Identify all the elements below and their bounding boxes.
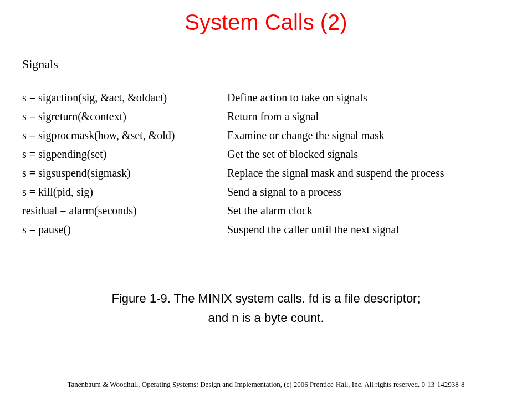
table-row: s = kill(pid, sig) Send a signal to a pr… <box>22 182 532 201</box>
table-row: residual = alarm(seconds) Set the alarm … <box>22 201 532 220</box>
syscall-call: s = pause() <box>22 220 227 239</box>
slide-title: System Calls (2) <box>0 0 532 57</box>
table-row: s = sigsuspend(sigmask) Replace the sign… <box>22 163 532 182</box>
syscall-table: s = sigaction(sig, &act, &oldact) Define… <box>0 88 532 239</box>
syscall-call: s = sigaction(sig, &act, &oldact) <box>22 88 227 107</box>
syscall-desc: Examine or change the signal mask <box>227 126 532 145</box>
syscall-call: s = sigpending(set) <box>22 145 227 163</box>
table-row: s = pause() Suspend the caller until the… <box>22 220 532 239</box>
syscall-desc: Set the alarm clock <box>227 201 532 220</box>
syscall-desc: Suspend the caller until the next signal <box>227 220 532 239</box>
caption-line: and n is a byte count. <box>33 308 499 328</box>
syscall-desc: Get the set of blocked signals <box>227 145 532 163</box>
syscall-desc: Define action to take on signals <box>227 88 532 107</box>
table-row: s = sigreturn(&context) Return from a si… <box>22 107 532 126</box>
syscall-call: s = sigsuspend(sigmask) <box>22 163 227 182</box>
footer-copyright: Tanenbaum & Woodhull, Operating Systems:… <box>0 380 532 389</box>
caption-line: Figure 1-9. The MINIX system calls. fd i… <box>33 289 499 308</box>
table-row: s = sigprocmask(how, &set, &old) Examine… <box>22 126 532 145</box>
syscall-desc: Return from a signal <box>227 107 532 126</box>
syscall-desc: Send a signal to a process <box>227 182 532 201</box>
syscall-desc: Replace the signal mask and suspend the … <box>227 163 532 182</box>
section-label: Signals <box>0 57 532 88</box>
syscall-call: s = kill(pid, sig) <box>22 182 227 201</box>
table-row: s = sigpending(set) Get the set of block… <box>22 145 532 163</box>
table-row: s = sigaction(sig, &act, &oldact) Define… <box>22 88 532 107</box>
figure-caption: Figure 1-9. The MINIX system calls. fd i… <box>0 289 532 328</box>
syscall-call: s = sigprocmask(how, &set, &old) <box>22 126 227 145</box>
syscall-call: s = sigreturn(&context) <box>22 107 227 126</box>
syscall-call: residual = alarm(seconds) <box>22 201 227 220</box>
